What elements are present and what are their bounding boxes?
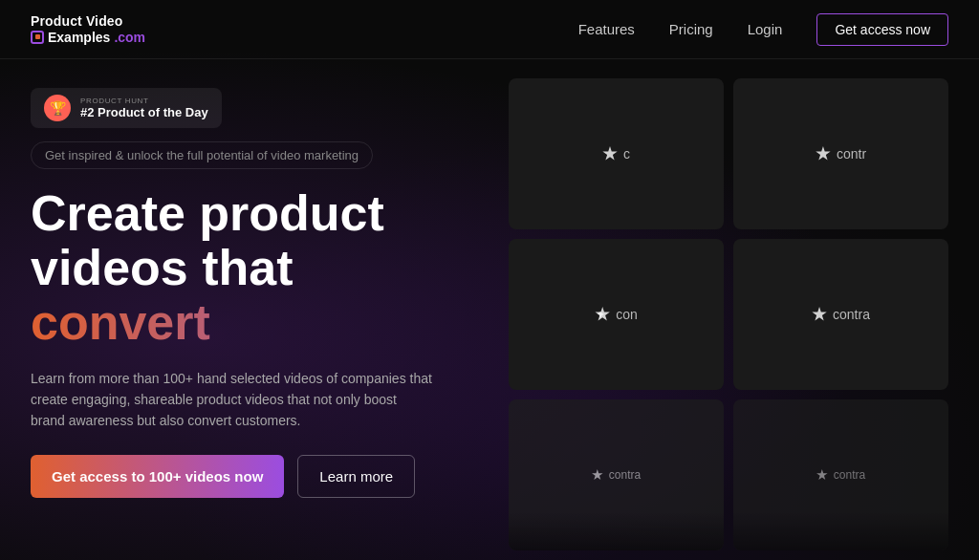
contra-star-icon-5 [592, 469, 603, 481]
product-hunt-text: PRODUCT HUNT #2 Product of the Day [80, 97, 208, 119]
contra-star-icon-1 [602, 146, 618, 162]
card-5-brand: contra [609, 468, 641, 482]
card-5-fade [509, 512, 724, 550]
product-hunt-title: #2 Product of the Day [80, 105, 208, 119]
logo-com-text: .com [114, 30, 145, 46]
nav-links: Features Pricing Login Get access now [578, 13, 948, 46]
logo-icon [31, 31, 44, 44]
nav-cta-button[interactable]: Get access now [816, 13, 948, 46]
card-3-logo: ✦ con [595, 307, 638, 322]
hero-section: 🏆 PRODUCT HUNT #2 Product of the Day Get… [31, 59, 490, 560]
video-card-2[interactable]: contr [733, 78, 948, 229]
contra-star-icon-3: ✦ [595, 307, 610, 322]
card-2-brand: contr [837, 146, 866, 162]
hero-description: Learn from more than 100+ hand selected … [31, 368, 432, 432]
card-4-brand: contra [833, 307, 870, 322]
card-6-brand: contra [834, 468, 865, 482]
contra-star-icon-6 [816, 469, 828, 481]
card-3-brand: con [616, 307, 638, 322]
logo-bottom: Examples.com [31, 30, 145, 46]
video-card-6[interactable]: contra [733, 399, 948, 550]
card-4-logo: contra [812, 307, 870, 322]
card-2-logo: contr [816, 146, 866, 162]
learn-more-button[interactable]: Learn more [297, 455, 415, 498]
product-hunt-badge: 🏆 PRODUCT HUNT #2 Product of the Day [31, 88, 222, 128]
video-card-5[interactable]: contra [509, 399, 724, 550]
product-hunt-icon: 🏆 [44, 95, 71, 121]
nav-pricing[interactable]: Pricing [669, 21, 713, 37]
hero-convert-word: convert [31, 295, 490, 350]
product-hunt-label: PRODUCT HUNT [80, 97, 208, 105]
primary-cta-button[interactable]: Get access to 100+ videos now [31, 455, 284, 498]
video-card-4[interactable]: contra [733, 239, 948, 390]
video-card-1[interactable]: c [509, 78, 724, 229]
card-1-logo: c [602, 146, 630, 162]
hero-heading: Create product videos that convert [31, 186, 490, 368]
card-6-logo: contra [816, 468, 865, 482]
nav-features[interactable]: Features [578, 21, 635, 37]
logo-examples-text: Examples [48, 30, 110, 46]
card-6-fade [733, 512, 948, 550]
video-grid: c contr ✦ con contra [490, 59, 948, 560]
hero-buttons: Get access to 100+ videos now Learn more [31, 455, 490, 498]
logo-top-text: Product Video [31, 13, 145, 30]
card-1-brand: c [623, 146, 630, 162]
navigation: Product Video Examples.com Features Pric… [0, 0, 979, 59]
video-card-3[interactable]: ✦ con [509, 239, 724, 390]
main-content: 🏆 PRODUCT HUNT #2 Product of the Day Get… [0, 59, 979, 560]
hero-heading-line1: Create product videos that [31, 185, 384, 295]
hero-subtitle: Get inspired & unlock the full potential… [31, 141, 373, 169]
logo[interactable]: Product Video Examples.com [31, 13, 145, 46]
contra-star-icon-4 [812, 307, 827, 322]
card-5-logo: contra [592, 468, 641, 482]
nav-login[interactable]: Login [748, 21, 783, 37]
contra-star-icon-2 [816, 146, 831, 162]
